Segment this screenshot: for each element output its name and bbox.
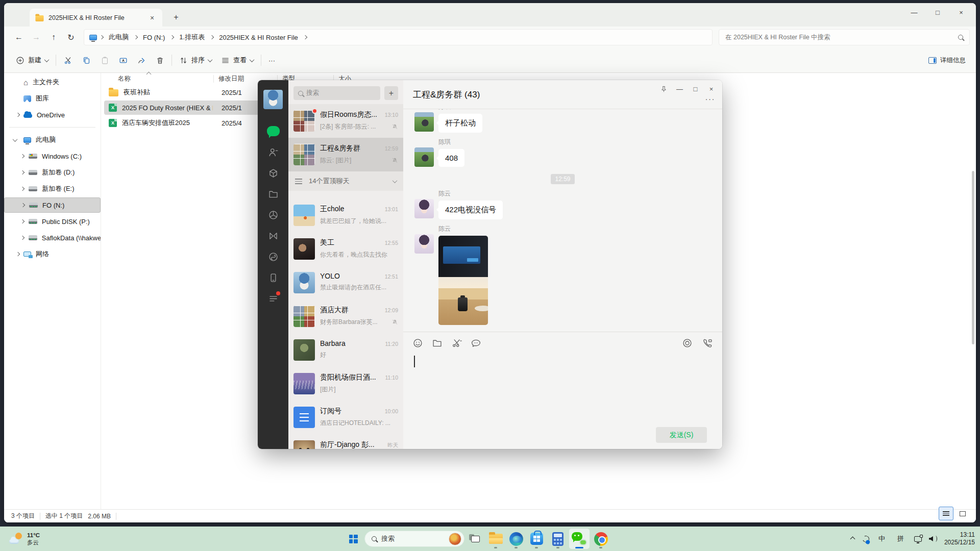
sender-avatar[interactable] — [414, 234, 434, 254]
sidebar-item-network[interactable]: 网络 — [4, 246, 101, 262]
sort-button[interactable]: 排序 — [175, 52, 216, 69]
view-button[interactable]: 查看 — [216, 52, 258, 69]
chat-list-item[interactable]: 假日Rooms房态...13:10 [2条] 客房部-陈云: ... — [288, 104, 403, 138]
rename-button[interactable] — [114, 52, 132, 69]
taskbar-store[interactable] — [526, 529, 547, 549]
volume-tray-icon[interactable] — [929, 536, 937, 542]
chat-list-item[interactable]: YOLO12:51 禁止吸烟请勿在酒店任... — [288, 266, 403, 299]
start-button[interactable] — [343, 529, 363, 549]
screenshot-scissors-icon[interactable] — [451, 338, 462, 348]
sidebar-item-onedrive[interactable]: OneDrive — [4, 107, 101, 122]
send-button[interactable]: 发送(S) — [656, 427, 707, 443]
sidebar-item-saflokdata[interactable]: SaflokData (\\hakwe — [4, 230, 101, 245]
chat-list-item-selected[interactable]: 工程&房务群12:59 陈云: [图片] — [288, 138, 403, 171]
taskbar-chrome[interactable] — [591, 529, 611, 549]
new-button[interactable]: 新建 — [11, 52, 53, 69]
sidebar-item-drive-e[interactable]: 新加卷 (E:) — [4, 181, 101, 196]
moments-tab[interactable] — [264, 206, 282, 223]
breadcrumb[interactable]: 此电脑 FO (N:) 1.排班表 2025HIEX & HI Roster F… — [84, 29, 713, 45]
back-button[interactable]: ← — [10, 29, 28, 45]
column-header-date[interactable]: 修改日期 — [218, 74, 244, 83]
phone-link-button[interactable] — [264, 269, 282, 286]
cut-button[interactable] — [59, 52, 77, 69]
add-chat-button[interactable]: + — [384, 86, 398, 100]
breadcrumb-item-drive[interactable]: FO (N:) — [140, 33, 167, 42]
ime-mode-button[interactable]: 拼 — [897, 534, 904, 543]
pinned-chats-collapse[interactable]: 14个置顶聊天 — [288, 171, 403, 191]
copy-button[interactable] — [77, 52, 95, 69]
message-bubble[interactable]: 408 — [438, 149, 464, 167]
tray-sync-icon[interactable] — [863, 536, 869, 542]
sender-avatar[interactable] — [414, 147, 434, 167]
task-view-button[interactable] — [465, 529, 485, 549]
share-button[interactable] — [132, 52, 151, 69]
chats-tab[interactable] — [264, 122, 282, 140]
sidebar-item-drive-d[interactable]: 新加卷 (D:) — [4, 165, 101, 180]
favorites-tab[interactable] — [264, 164, 282, 182]
taskbar-search[interactable]: 搜索 — [364, 531, 464, 547]
window-minimize-button[interactable]: — — [902, 5, 926, 20]
voice-record-icon[interactable] — [682, 338, 693, 348]
menu-button[interactable] — [264, 290, 282, 307]
chat-list-item[interactable]: 酒店大群12:09 财务部Barbara张英... — [288, 299, 403, 333]
new-tab-button[interactable]: + — [168, 10, 184, 25]
clock[interactable]: 13:11 2025/12/15 — [944, 531, 975, 547]
up-button[interactable]: ↑ — [45, 29, 62, 45]
message-area[interactable]: 陈琪 杆子松动 陈琪 408 12:59 陈云 422电视没信号 陈云 — [403, 109, 722, 332]
contacts-tab[interactable] — [264, 143, 282, 161]
sidebar-item-this-pc[interactable]: 此电脑 — [4, 132, 101, 147]
wechat-maximize-button[interactable]: □ — [688, 83, 703, 95]
taskbar-wechat-active[interactable] — [569, 529, 590, 549]
details-view-button[interactable] — [939, 507, 953, 520]
explorer-search-input[interactable]: 在 2025HIEX & HI Roster File 中搜索 — [719, 29, 970, 45]
conversation-more-button[interactable]: ··· — [705, 94, 716, 103]
paste-button[interactable] — [95, 52, 114, 69]
window-maximize-button[interactable]: □ — [926, 5, 949, 20]
wechat-search-input[interactable]: 搜索 — [293, 86, 380, 100]
forward-button[interactable]: → — [28, 29, 45, 45]
network-tray-icon[interactable] — [914, 536, 922, 542]
pin-window-button[interactable] — [656, 83, 672, 95]
sender-avatar[interactable] — [414, 199, 434, 218]
chat-list-item[interactable]: Barbara11:20 好 — [288, 333, 403, 367]
wechat-minimize-button[interactable]: — — [672, 83, 688, 95]
sidebar-item-home[interactable]: ⌂主文件夹 — [4, 74, 101, 90]
send-file-icon[interactable] — [432, 338, 443, 348]
chat-list-item[interactable]: 前厅-Django 彭...昨天 可能..的时候上进了 — [288, 434, 403, 449]
icons-view-button[interactable] — [955, 507, 970, 520]
taskbar-edge[interactable] — [506, 529, 526, 549]
column-separator[interactable] — [213, 75, 214, 83]
more-options-button[interactable]: ··· — [264, 52, 280, 69]
chat-list-item[interactable]: 贵阳机场假日酒...11:10 [图片] — [288, 367, 403, 400]
window-close-button[interactable]: × — [949, 5, 973, 20]
channels-tab[interactable] — [264, 227, 282, 244]
search-highlight-image[interactable] — [449, 533, 461, 545]
sidebar-item-drive-p[interactable]: Public DISK (P:) — [4, 214, 101, 229]
chat-history-icon[interactable] — [471, 338, 481, 348]
files-tab[interactable] — [264, 185, 282, 203]
details-pane-button[interactable]: 详细信息 — [928, 56, 969, 65]
wechat-close-button[interactable]: × — [703, 83, 719, 95]
message-bubble[interactable]: 422电视没信号 — [438, 201, 503, 219]
mini-programs-button[interactable] — [264, 248, 282, 265]
scrollbar[interactable] — [972, 171, 974, 344]
taskbar-calculator[interactable] — [548, 529, 568, 549]
sidebar-item-drive-c[interactable]: Windows (C:) — [4, 148, 101, 164]
taskbar-file-explorer[interactable] — [485, 529, 506, 549]
breadcrumb-item-roster-parent[interactable]: 1.排班表 — [177, 32, 207, 43]
emoji-icon[interactable] — [412, 338, 423, 348]
column-header-name[interactable]: 名称 — [118, 74, 131, 83]
sidebar-item-gallery[interactable]: 图库 — [4, 91, 101, 106]
delete-button[interactable] — [151, 52, 169, 69]
video-call-icon[interactable] — [702, 338, 713, 348]
message-bubble[interactable]: 杆子松动 — [438, 114, 482, 133]
profile-avatar[interactable] — [263, 90, 283, 109]
ime-language-button[interactable]: 中 — [878, 534, 885, 543]
sender-avatar[interactable] — [414, 112, 434, 132]
breadcrumb-item-this-pc[interactable]: 此电脑 — [106, 32, 131, 43]
tray-expand-button[interactable] — [851, 537, 854, 541]
breadcrumb-item-current[interactable]: 2025HIEX & HI Roster File — [216, 33, 301, 42]
weather-widget[interactable]: 11°C多云 — [6, 529, 43, 548]
sidebar-item-drive-n[interactable]: FO (N:) — [4, 197, 101, 213]
message-input-area[interactable]: 发送(S) — [403, 332, 722, 449]
